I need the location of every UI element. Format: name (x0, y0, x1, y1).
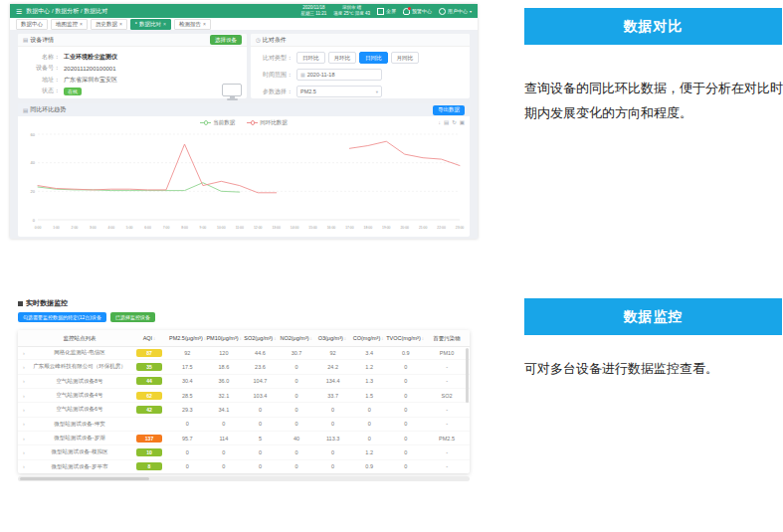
time-range-label: 时间范围： (257, 71, 293, 80)
horizontal-scrollbar[interactable] (18, 476, 470, 481)
tab-close-icon[interactable]: × (119, 22, 122, 27)
station-name: 空气站测试设备4号 (30, 392, 129, 399)
tab-close-icon[interactable]: × (163, 22, 166, 27)
chart-title: 同比环比趋势 (30, 105, 66, 114)
table-row[interactable]: ›广东顺云峰科技有限公司（环保机房）3517.518.623.6024.21.2… (18, 360, 470, 374)
chart-icon: ▤ (23, 107, 28, 113)
expand-row-icon[interactable]: › (18, 436, 30, 442)
compare-type-button[interactable]: 月同比 (391, 52, 420, 64)
legend-item[interactable]: 当前数据 (200, 119, 235, 126)
document-icon: ▤ (23, 37, 28, 43)
value-cell: 24.2 (314, 364, 351, 370)
svg-text:10:00: 10:00 (217, 226, 226, 230)
device-detail-card: ▤ 设备详情 选择设备 名称：工业环境粉尘监测仪设备号：202011120010… (18, 34, 247, 98)
download-icon[interactable]: ↓ (438, 119, 441, 125)
svg-text:60: 60 (31, 132, 36, 137)
table-row[interactable]: ›网格化监测站-电信区879212044.630.7923.40.9PM10 (18, 346, 470, 360)
save-image-icon[interactable]: ▣ (460, 119, 465, 125)
fullscreen-icon (377, 8, 384, 15)
value-cell: 0 (279, 463, 315, 469)
table-row[interactable]: ›微型站测试设备-坪安0000000- (18, 418, 470, 432)
field-value: 工业环境粉尘监测仪 (64, 53, 117, 62)
sort-icon[interactable]: ↕ (310, 336, 312, 341)
column-header[interactable]: AQI↕ (129, 335, 169, 341)
primary-pollutant-cell: - (424, 378, 470, 384)
aqi-cell: 44 (129, 377, 169, 385)
compare-type-button[interactable]: 月环比 (328, 52, 357, 64)
value-cell: 92 (169, 350, 206, 356)
expand-row-icon[interactable]: › (18, 463, 30, 469)
value-cell: 0 (314, 463, 351, 469)
aqi-badge: 10 (136, 448, 162, 456)
export-data-button[interactable]: 导出数据 (433, 105, 465, 115)
tab-close-icon[interactable]: × (203, 22, 206, 27)
monitor-title: 实时数据监控 (26, 298, 68, 308)
value-cell: 0 (387, 393, 424, 399)
sort-icon[interactable]: ↕ (344, 336, 346, 341)
tab-3[interactable]: 历史数据× (91, 19, 127, 30)
table-row[interactable]: ›空气站测试设备8号4430.436.0104.70134.41.30- (18, 375, 470, 389)
table-row[interactable]: ›微型站测试设备-罗湖13795.7114540113.300PM2.5 (18, 432, 470, 445)
monitor-countdown-button[interactable]: 勾选需要监控数据的特定(12台)设备 (18, 312, 106, 322)
svg-text:9:00: 9:00 (200, 226, 207, 230)
monitor-table-body: ›网格化监测站-电信区879212044.630.7923.40.9PM10›广… (18, 346, 470, 473)
sort-icon[interactable]: ↕ (153, 336, 155, 341)
value-cell: 30.4 (169, 378, 206, 384)
user-center-button[interactable]: 用户中心 ▾ (439, 8, 472, 15)
device-field-row: 地址：广东省深圳市宝安区 (24, 76, 241, 85)
table-row[interactable]: ›微型站测试设备-模拟区10000001.20- (18, 445, 470, 459)
column-header[interactable]: TVOC(mg/m³)↕ (386, 335, 424, 341)
table-row[interactable]: ›空气站测试设备4号6228.532.1103.4033.71.50SO2 (18, 389, 470, 403)
legend-item[interactable]: 同环比数据 (247, 119, 288, 126)
expand-row-icon[interactable]: › (18, 378, 30, 384)
primary-pollutant-cell: PM10 (424, 350, 470, 356)
station-name: 微型站测试设备-罗湖 (30, 435, 129, 442)
svg-text:21:00: 21:00 (419, 226, 428, 230)
svg-text:7:00: 7:00 (163, 226, 170, 230)
param-select[interactable]: PM2.5 ▾ (296, 86, 382, 97)
sort-icon[interactable]: ↕ (274, 336, 276, 341)
column-header[interactable]: O3(μg/m³)↕ (314, 335, 350, 341)
tab-close-icon[interactable]: × (80, 22, 83, 27)
tab-2[interactable]: 地图监控× (51, 19, 88, 30)
data-view-icon[interactable]: ▤ (444, 119, 449, 125)
tab-1[interactable]: 数据中心 (16, 19, 48, 30)
svg-text:19:00: 19:00 (382, 226, 391, 230)
tab-4[interactable]: ●数据比对× (130, 19, 171, 30)
column-header[interactable]: PM10(μg/m³)↕ (206, 335, 242, 341)
column-header[interactable]: NO2(μg/m³)↕ (278, 335, 313, 341)
alert-center-button[interactable]: 预警中心 (403, 8, 432, 15)
expand-row-icon[interactable]: › (18, 350, 30, 356)
column-header[interactable]: CO(mg/m³)↕ (350, 335, 386, 341)
expand-row-icon[interactable]: › (18, 421, 30, 427)
select-device-button[interactable]: 选择设备 (210, 35, 242, 45)
fullscreen-button[interactable]: 全屏 (377, 8, 396, 15)
table-row[interactable]: ›微型站测试设备-罗平市8000000.90- (18, 460, 470, 473)
table-row[interactable]: ›空气站测试设备6号4229.334.100000- (18, 403, 470, 417)
compare-type-buttons: 日环比月环比日同比月同比 (296, 52, 419, 64)
expand-row-icon[interactable]: › (18, 407, 30, 413)
doc-text-data-compare: 查询设备的同比环比数据，便于分析在对比时期内发展变化的方向和程度。 (524, 76, 783, 126)
menu-icon[interactable]: ☰ (16, 8, 22, 15)
station-name: 微型站测试设备-模拟区 (30, 448, 129, 455)
value-cell: 0 (351, 421, 388, 427)
expand-row-icon[interactable]: › (18, 364, 30, 370)
expand-row-icon[interactable]: › (18, 393, 30, 399)
vertical-scrollbar[interactable] (466, 348, 469, 403)
sort-icon[interactable]: ↕ (381, 336, 383, 341)
value-cell: 0 (169, 449, 206, 455)
refresh-icon[interactable]: ↻ (452, 119, 457, 125)
column-header[interactable]: PM2.5(μg/m³)↕ (169, 335, 206, 341)
expand-row-icon[interactable]: › (18, 449, 30, 455)
monitor-title-icon (18, 301, 23, 306)
value-cell: 0 (242, 449, 279, 455)
compare-type-button[interactable]: 日环比 (296, 52, 325, 64)
series-line (349, 141, 460, 165)
chart-legend: 当前数据同环比数据 (200, 119, 288, 126)
value-cell: 0 (169, 463, 206, 469)
date-input[interactable]: ▦ 2020-11-18 (296, 69, 382, 81)
tab-5[interactable]: 检测报告× (174, 19, 211, 30)
column-header[interactable]: SO2(μg/m³)↕ (242, 335, 278, 341)
selected-devices-button[interactable]: 已选择监控设备 (110, 312, 155, 322)
compare-type-button[interactable]: 日同比 (359, 52, 388, 64)
